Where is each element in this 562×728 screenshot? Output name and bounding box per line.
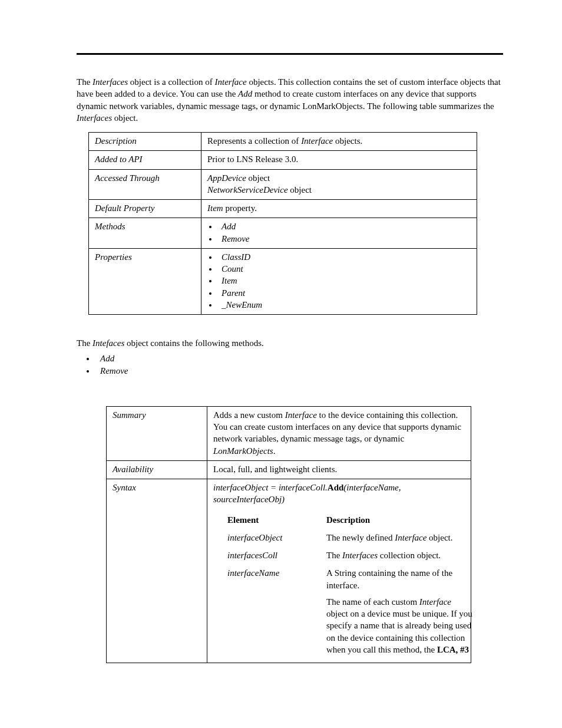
table-header-row: Element Description [225, 512, 477, 529]
list-item: _NewEnum [218, 299, 471, 311]
table-row: Syntax interfaceObject = interfaceColl.A… [107, 479, 471, 663]
list-item: Add [218, 220, 471, 232]
table-row: Availability Local, full, and lightweigh… [107, 460, 471, 479]
col-element: Element [225, 512, 324, 529]
text: objects. [333, 136, 362, 146]
text: property. [223, 203, 257, 213]
methods-bullets: Add Remove [95, 353, 503, 377]
intro-text: object is a collection of [128, 77, 214, 87]
row-value: Adds a new custom Interface to the devic… [207, 406, 471, 460]
term: LonMarkObjects [213, 446, 273, 456]
summary-table: Description Represents a collection of I… [88, 132, 477, 315]
list-item: ClassID [218, 251, 471, 263]
text: object contains the following methods. [124, 338, 264, 348]
param-desc: The newly defined Interface object. [324, 529, 477, 547]
list-item: Remove [95, 365, 503, 377]
table-row: Properties ClassID Count Item Parent _Ne… [89, 248, 477, 314]
syntax-expression: interfaceObject = interfaceColl.Add(inte… [213, 482, 465, 506]
row-label: Summary [107, 406, 207, 460]
row-value: Add Remove [201, 218, 477, 249]
row-label: Methods [89, 218, 201, 249]
row-label: Availability [107, 460, 207, 479]
row-label: Default Property [89, 200, 201, 218]
text: object. [427, 533, 452, 542]
table-row: Added to API Prior to LNS Release 3.0. [89, 151, 477, 169]
term: AppDevice [207, 173, 246, 183]
table-row: Accessed Through AppDevice object Networ… [89, 169, 477, 200]
text: Represents a collection of [207, 136, 301, 146]
row-value: Represents a collection of Interface obj… [201, 133, 477, 151]
term: Interface [301, 136, 333, 146]
list-item: Item [218, 275, 471, 286]
table-row: Summary Adds a new custom Interface to t… [107, 406, 471, 460]
intro-term: Interfaces [92, 77, 128, 87]
text: The name of each custom [326, 597, 419, 607]
list-item: Add [95, 353, 503, 364]
text: The [77, 338, 92, 348]
rule-top [77, 53, 503, 55]
row-value: Local, full, and lightweight clients. [207, 460, 471, 479]
term: Interface [419, 597, 451, 607]
methods-list: Add Remove [218, 220, 471, 245]
row-label: Added to API [89, 151, 201, 169]
methods-intro: The Intefaces object contains the follow… [77, 337, 503, 349]
text: The name of each custom Interface object… [326, 596, 474, 655]
param-name: interfaceName [225, 565, 324, 659]
text: object [246, 173, 270, 183]
list-item: Count [218, 263, 471, 275]
row-label: Description [89, 133, 201, 151]
text: The newly defined [326, 533, 395, 542]
row-label: Properties [89, 248, 201, 314]
row-value: ClassID Count Item Parent _NewEnum [201, 248, 477, 314]
intro-text: The [77, 77, 92, 87]
text: . [273, 446, 276, 456]
list-item: Parent [218, 287, 471, 299]
intro-term: Interface [215, 77, 247, 87]
text: interfaceObject = interfaceColl. [213, 483, 328, 492]
param-desc: The Interfaces collection object. [324, 547, 477, 565]
param-name: interfacesColl [225, 547, 324, 565]
term: Interface [395, 533, 427, 542]
row-label: Accessed Through [89, 169, 201, 200]
text: object [288, 185, 312, 195]
row-label: Syntax [107, 479, 207, 663]
table-row: interfacesColl The Interfaces collection… [225, 547, 477, 565]
row-value: Item property. [201, 200, 477, 218]
row-value: Prior to LNS Release 3.0. [201, 151, 477, 169]
text: A String containing the name of the inte… [326, 567, 474, 591]
term: Intefaces [92, 338, 124, 348]
term: NetworkServiceDevice [207, 185, 288, 195]
param-desc: A String containing the name of the inte… [324, 565, 477, 659]
intro-term: Add [238, 89, 252, 98]
param-name: interfaceObject [225, 529, 324, 547]
term: Interface [285, 410, 317, 420]
table-row: Methods Add Remove [89, 218, 477, 249]
list-item: Remove [218, 233, 471, 245]
row-value: AppDevice object NetworkServiceDevice ob… [201, 169, 477, 200]
col-description: Description [324, 512, 477, 529]
row-value: interfaceObject = interfaceColl.Add(inte… [207, 479, 471, 663]
table-row: interfaceObject The newly defined Interf… [225, 529, 477, 547]
intro-paragraph: The Interfaces object is a collection of… [77, 76, 503, 124]
add-method-section: Summary Adds a new custom Interface to t… [77, 406, 503, 663]
error-code: LCA, #3 [437, 645, 469, 654]
table-row: Description Represents a collection of I… [89, 133, 477, 151]
text: Adds a new custom [213, 410, 285, 420]
method-name: Add [328, 483, 344, 492]
table-row: Default Property Item property. [89, 200, 477, 218]
intro-term: Interfaces [77, 113, 112, 123]
text: The [326, 551, 342, 560]
syntax-params-table: Element Description interfaceObject The … [225, 512, 477, 660]
term: Interfaces [342, 551, 378, 560]
term: Item [207, 203, 223, 213]
text: collection object. [378, 551, 441, 560]
table-row: interfaceName A String containing the na… [225, 565, 477, 659]
add-method-table: Summary Adds a new custom Interface to t… [106, 406, 471, 663]
properties-list: ClassID Count Item Parent _NewEnum [218, 251, 471, 311]
intro-text: object. [112, 113, 138, 123]
